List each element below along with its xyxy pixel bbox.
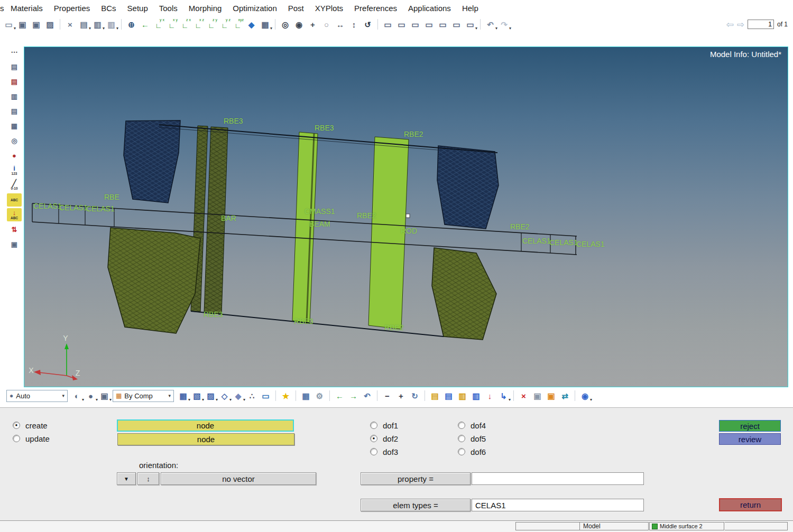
window-fill-icon[interactable]: ▭: [395, 18, 408, 31]
property-button[interactable]: property =: [361, 472, 471, 485]
label-abc-arrow-icon[interactable]: ↓ ABC: [7, 208, 22, 221]
shaded-geometry-icon[interactable]: ◐ ▾: [70, 389, 84, 402]
radio-dof5[interactable]: dof5: [458, 433, 486, 444]
panels-grid-icon[interactable]: ▦: [299, 389, 312, 402]
entity-card4-icon[interactable]: ▦: [7, 119, 22, 133]
color-mode-combo[interactable]: ▦ By Comp ▾: [113, 390, 174, 402]
view-cube-icon[interactable]: ▣: [7, 238, 22, 251]
page-number-input[interactable]: [748, 20, 774, 29]
mask-adjacent-icon[interactable]: ▥: [456, 389, 469, 402]
shrink-elements-icon[interactable]: ◇ ▾: [218, 389, 231, 402]
wrench-icon[interactable]: ⚙: [313, 389, 326, 402]
view-forward-icon[interactable]: →: [347, 389, 360, 402]
view-previous-icon[interactable]: ←: [139, 18, 152, 31]
radio-dof2[interactable]: ● dof2: [370, 433, 398, 444]
unmask-elements-icon[interactable]: ▤: [442, 389, 455, 402]
display-options-icon[interactable]: ◉ ▾: [578, 389, 592, 402]
window-project-icon[interactable]: ▭: [409, 18, 422, 31]
cut-icon[interactable]: ×: [63, 18, 77, 31]
view-zx-icon[interactable]: z x ∟: [179, 18, 191, 31]
menu-item[interactable]: XYPlots: [315, 4, 343, 13]
menu-item[interactable]: Post: [288, 4, 304, 13]
translate-vertical-icon[interactable]: ↕: [347, 18, 361, 31]
panel-menu-dots-icon[interactable]: ⋯: [7, 45, 22, 59]
node-collector-2[interactable]: node: [117, 433, 294, 445]
menu-item[interactable]: Help: [462, 4, 478, 13]
property-input[interactable]: [472, 472, 644, 485]
shaded-elements-icon[interactable]: ● ▾: [84, 389, 97, 402]
menu-item[interactable]: Preferences: [354, 4, 397, 13]
paste-special-icon[interactable]: ▥ ▾: [105, 18, 118, 31]
wireframe-mode-icon[interactable]: ▣ ▾: [98, 389, 111, 402]
window-icon[interactable]: ▣: [16, 18, 29, 31]
info-numbers-icon[interactable]: i 123: [7, 164, 22, 177]
hand-icon[interactable]: ○: [320, 18, 333, 31]
menu-item-partial[interactable]: s: [0, 4, 5, 13]
radio-update[interactable]: update: [13, 433, 50, 444]
status-active-surface[interactable]: Middle surface 2: [649, 522, 724, 530]
mask-elements-icon[interactable]: ▤: [428, 389, 441, 402]
view-yx-icon[interactable]: y x ∟: [152, 18, 165, 31]
capture-grid-icon[interactable]: ▦ ▾: [259, 18, 272, 31]
radio-dof4[interactable]: dof4: [458, 420, 486, 431]
disc-icon[interactable]: ◎: [7, 134, 22, 147]
paste-icon[interactable]: ▥ ▾: [91, 18, 104, 31]
entity-card-icon[interactable]: ▤: [7, 60, 22, 73]
menu-item[interactable]: Morphing: [189, 4, 222, 13]
translate-horizontal-icon[interactable]: ↔: [334, 18, 347, 31]
view-iso-icon[interactable]: xyz ∟: [232, 18, 244, 31]
favorites-star-icon[interactable]: ★: [279, 389, 292, 402]
feature-style-icon[interactable]: ▨ ▾: [204, 389, 217, 402]
orientation-toggle[interactable]: ↕: [137, 472, 159, 485]
radio-dof1[interactable]: dof1: [370, 420, 398, 431]
layers-icon[interactable]: ▣: [531, 389, 544, 402]
next-page-icon[interactable]: ⇨: [737, 20, 744, 29]
monitor-icon[interactable]: ▭: [259, 389, 272, 402]
entity-filter-combo[interactable]: ● Auto ▾: [6, 390, 68, 402]
radio-dof6[interactable]: dof6: [458, 446, 486, 457]
view-yz-icon[interactable]: y z ∟: [218, 18, 231, 31]
renumber-icon[interactable]: ⇄: [558, 389, 571, 402]
entity-card2-icon[interactable]: ▥: [7, 90, 22, 103]
view-zy-icon[interactable]: z y ∟: [205, 18, 218, 31]
elem-types-button[interactable]: elem types =: [361, 499, 471, 511]
entity-card-red-icon[interactable]: ▤: [7, 75, 22, 88]
reject-button[interactable]: reject: [719, 420, 781, 432]
undo-view-icon[interactable]: ↶: [361, 389, 374, 402]
menu-item[interactable]: Applications: [408, 4, 451, 13]
window-grid-icon[interactable]: ▣: [30, 18, 43, 31]
menu-item[interactable]: Properties: [54, 4, 90, 13]
isolate-icon[interactable]: ↓: [483, 389, 496, 402]
organize-icon[interactable]: ▣: [545, 389, 558, 402]
menu-item[interactable]: Setup: [127, 4, 148, 13]
redo-icon[interactable]: ↷ ▾: [497, 18, 511, 31]
element-style-icon[interactable]: ▧ ▾: [190, 389, 204, 402]
orientation-dropdown[interactable]: ▼: [117, 472, 136, 485]
plot-sheet-icon[interactable]: ◆: [245, 18, 258, 31]
reverse-display-icon[interactable]: ↳ ▾: [497, 389, 510, 402]
radio-dof3[interactable]: dof3: [370, 446, 398, 457]
window-edit-icon[interactable]: ▨: [43, 18, 57, 31]
entity-card3-icon[interactable]: ▤: [7, 105, 22, 118]
pan-icon[interactable]: +: [306, 18, 319, 31]
new-file-icon[interactable]: ▭ ▾: [2, 18, 15, 31]
return-button[interactable]: return: [719, 498, 782, 511]
elem-types-input[interactable]: [472, 499, 644, 511]
zoom-out-icon[interactable]: −: [381, 389, 394, 402]
zoom-window-icon[interactable]: ⊕: [125, 18, 138, 31]
view-back-icon[interactable]: ←: [333, 389, 346, 402]
undo-icon[interactable]: ↶ ▾: [484, 18, 497, 31]
previous-page-icon[interactable]: ⇦: [726, 20, 733, 29]
window-settings-icon[interactable]: ▭ ▾: [464, 18, 477, 31]
menu-item[interactable]: BCs: [101, 4, 116, 13]
restore-view-icon[interactable]: ↻: [408, 389, 421, 402]
window-fit-icon[interactable]: ▭: [381, 18, 394, 31]
node-collector-1[interactable]: node: [117, 419, 294, 432]
window-capture-icon[interactable]: ▭: [422, 18, 436, 31]
menu-item[interactable]: Materials: [11, 4, 43, 13]
transparency-icon[interactable]: ◆ ▾: [232, 389, 245, 402]
window-copy-icon[interactable]: ▭: [436, 18, 449, 31]
review-button[interactable]: review: [719, 433, 781, 445]
points-display-icon[interactable]: ∴: [245, 389, 259, 402]
radio-create[interactable]: ● create: [13, 420, 50, 431]
